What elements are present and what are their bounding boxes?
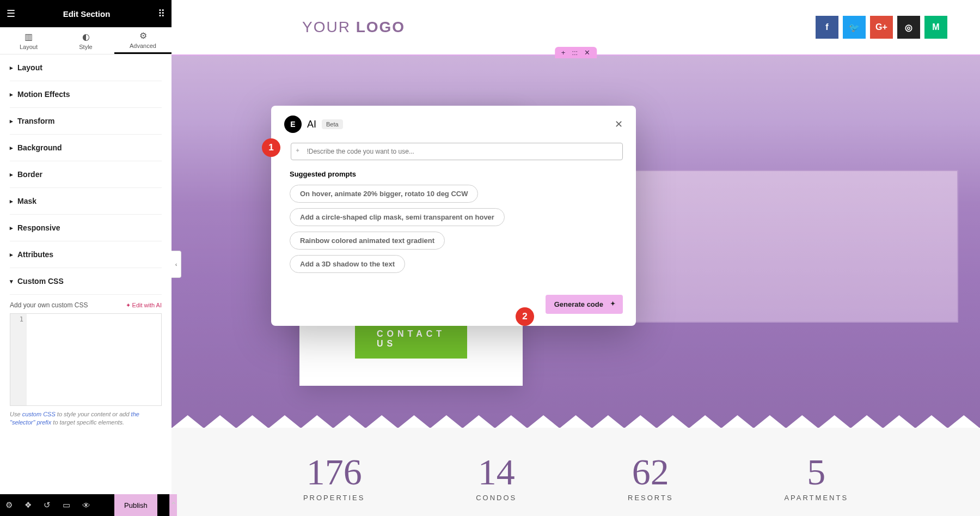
chip-3d-shadow[interactable]: Add a 3D shadow to the text bbox=[290, 255, 405, 273]
acc-attributes[interactable]: ▸Attributes bbox=[10, 241, 162, 268]
acc-background[interactable]: ▸Background bbox=[10, 135, 162, 161]
editor-sidebar: ☰ Edit Section ⠿ ▥Layout ◐Style ⚙Advance… bbox=[0, 0, 171, 516]
preview-icon[interactable]: 👁 bbox=[82, 501, 90, 510]
publish-dropdown[interactable]: ⌃ bbox=[169, 494, 177, 516]
modal-title: AI bbox=[307, 119, 316, 130]
caret-down-icon: ▾ bbox=[10, 278, 13, 285]
hamburger-icon[interactable]: ☰ bbox=[7, 8, 15, 20]
elementor-logo-icon: E bbox=[284, 116, 302, 133]
acc-custom-css[interactable]: ▾Custom CSS bbox=[10, 268, 162, 295]
twitter-icon[interactable]: 🐦 bbox=[843, 16, 866, 39]
medium-icon[interactable]: M bbox=[924, 16, 947, 39]
code-editor[interactable]: 1 bbox=[10, 313, 162, 406]
history-icon[interactable]: ↺ bbox=[44, 500, 51, 510]
stat-properties: 176PROPERTIES bbox=[303, 453, 365, 502]
acc-border[interactable]: ▸Border bbox=[10, 161, 162, 188]
caret-right-icon: ▸ bbox=[10, 224, 13, 232]
editor-tabs: ▥Layout ◐Style ⚙Advanced bbox=[0, 27, 171, 54]
caret-right-icon: ▸ bbox=[10, 251, 13, 258]
suggested-title: Suggested prompts bbox=[290, 170, 623, 178]
caret-right-icon: ▸ bbox=[10, 198, 13, 205]
responsive-icon[interactable]: ▭ bbox=[63, 500, 70, 510]
acc-responsive[interactable]: ▸Responsive bbox=[10, 215, 162, 241]
annotation-badge-1: 1 bbox=[262, 138, 280, 157]
sidebar-title: Edit Section bbox=[15, 9, 158, 19]
modal-header: E AI Beta ✕ bbox=[284, 116, 623, 133]
custom-css-hint: Use custom CSS to style your content or … bbox=[10, 410, 162, 427]
googleplus-icon[interactable]: G+ bbox=[870, 16, 893, 39]
add-section-icon[interactable]: + bbox=[561, 48, 566, 57]
collapse-sidebar[interactable]: ‹ bbox=[171, 251, 181, 278]
drag-section-icon[interactable]: ::: bbox=[572, 48, 578, 57]
beta-badge: Beta bbox=[322, 119, 343, 129]
caret-right-icon: ▸ bbox=[10, 171, 13, 178]
ai-modal: E AI Beta ✕ Suggested prompts On hover, … bbox=[271, 106, 636, 326]
custom-css-label: Add your own custom CSS ✦ Edit with AI bbox=[10, 301, 162, 309]
caret-right-icon: ▸ bbox=[10, 118, 13, 125]
acc-motion[interactable]: ▸Motion Effects bbox=[10, 81, 162, 108]
tab-layout[interactable]: ▥Layout bbox=[0, 27, 57, 54]
generate-code-button[interactable]: Generate code bbox=[546, 295, 623, 314]
site-logo: YOUR LOGO bbox=[302, 19, 405, 36]
chip-clip-mask[interactable]: Add a circle-shaped clip mask, semi tran… bbox=[290, 208, 505, 226]
section-handle: + ::: ✕ bbox=[555, 47, 597, 58]
stat-resorts: 62RESORTS bbox=[628, 453, 673, 502]
stats-section: 176PROPERTIES 14CONDOS 62RESORTS 5APARTM… bbox=[171, 428, 980, 516]
navigator-icon[interactable]: ❖ bbox=[24, 500, 32, 510]
suggested-chips: On hover, animate 20% bigger, rotato 10 … bbox=[284, 185, 623, 273]
delete-section-icon[interactable]: ✕ bbox=[584, 48, 590, 57]
instagram-icon[interactable]: ◎ bbox=[897, 16, 920, 39]
code-gutter: 1 bbox=[10, 314, 27, 405]
apps-icon[interactable]: ⠿ bbox=[158, 8, 165, 20]
publish-button[interactable]: Publish bbox=[114, 494, 157, 516]
tab-style[interactable]: ◐Style bbox=[57, 27, 114, 54]
style-icon: ◐ bbox=[82, 32, 90, 42]
close-icon[interactable]: ✕ bbox=[615, 118, 623, 130]
sidebar-header: ☰ Edit Section ⠿ bbox=[0, 0, 171, 27]
caret-right-icon: ▸ bbox=[10, 91, 13, 98]
stat-apartments: 5APARTMENTS bbox=[784, 453, 848, 502]
bottom-bar: ⚙ ❖ ↺ ▭ 👁 Publish ⌃ bbox=[0, 494, 171, 516]
acc-layout[interactable]: ▸Layout bbox=[10, 54, 162, 81]
chip-hover-animate[interactable]: On hover, animate 20% bigger, rotato 10 … bbox=[290, 185, 478, 203]
annotation-badge-2: 2 bbox=[516, 307, 534, 326]
site-topbar: YOUR LOGO f 🐦 G+ ◎ M bbox=[171, 0, 980, 54]
stat-condos: 14CONDOS bbox=[476, 453, 517, 502]
tab-advanced[interactable]: ⚙Advanced bbox=[114, 27, 171, 54]
code-input[interactable] bbox=[27, 314, 161, 405]
gear-icon: ⚙ bbox=[139, 31, 147, 41]
chip-rainbow-gradient[interactable]: Rainbow colored animated text gradient bbox=[290, 232, 445, 250]
facebook-icon[interactable]: f bbox=[816, 16, 838, 39]
social-links: f 🐦 G+ ◎ M bbox=[816, 16, 947, 39]
caret-right-icon: ▸ bbox=[10, 64, 13, 71]
caret-right-icon: ▸ bbox=[10, 144, 13, 151]
accordion: ▸Layout ▸Motion Effects ▸Transform ▸Back… bbox=[0, 54, 171, 494]
acc-transform[interactable]: ▸Transform bbox=[10, 108, 162, 135]
custom-css-link[interactable]: custom CSS bbox=[22, 411, 56, 417]
prompt-input[interactable] bbox=[291, 143, 623, 160]
settings-icon[interactable]: ⚙ bbox=[5, 500, 13, 510]
edit-with-ai-link[interactable]: ✦ Edit with AI bbox=[126, 302, 162, 309]
prompt-wrap bbox=[284, 143, 623, 160]
acc-mask[interactable]: ▸Mask bbox=[10, 188, 162, 215]
layout-icon: ▥ bbox=[24, 32, 33, 42]
modal-footer: Generate code bbox=[284, 295, 623, 314]
